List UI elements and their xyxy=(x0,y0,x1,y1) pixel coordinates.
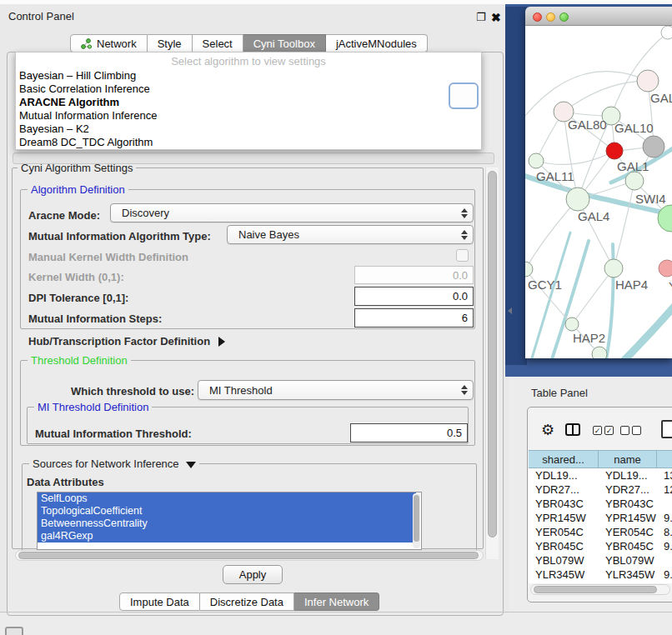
network-node-gal4[interactable] xyxy=(566,188,589,211)
zoom-traffic-light-icon[interactable] xyxy=(559,12,569,22)
table-panel-title: Table Panel xyxy=(531,387,588,399)
network-node[interactable] xyxy=(643,136,664,158)
node-label: HAP4 xyxy=(615,278,648,292)
network-node-swi4[interactable] xyxy=(658,205,672,232)
tab-cyni-toolbox[interactable]: Cyni Toolbox xyxy=(243,34,326,52)
clear-selection-icon[interactable] xyxy=(620,426,644,435)
gear-icon[interactable]: ⚙ xyxy=(539,422,556,438)
attributes-scrollbar[interactable] xyxy=(413,493,420,548)
dpi-tolerance-label: DPI Tolerance [0,1]: xyxy=(28,292,128,304)
network-window-titlebar[interactable] xyxy=(525,7,672,26)
table-cell: 9. xyxy=(657,568,672,582)
manual-kernel-label: Manual Kernel Width Definition xyxy=(28,251,188,263)
which-threshold-select[interactable]: MI Threshold xyxy=(198,380,474,400)
network-node[interactable] xyxy=(592,347,607,358)
close-traffic-light-icon[interactable] xyxy=(533,12,542,22)
splitter-arrow-icon[interactable] xyxy=(508,308,512,314)
table-cell: YDR27... xyxy=(599,482,657,497)
tab-jactivemnodules[interactable]: jActiveMNodules xyxy=(326,34,428,52)
attribute-option[interactable]: gal4RGexp xyxy=(38,530,416,542)
table-row[interactable]: YPR145WYPR145W9. xyxy=(529,511,672,525)
tab-impute-data[interactable]: Impute Data xyxy=(119,592,200,611)
columns-icon[interactable] xyxy=(565,423,580,436)
algorithm-option[interactable]: Dream8 DC_TDC Algorithm xyxy=(18,136,153,149)
network-canvas[interactable]: GALGAL80GAL10GAL1SWI4GAL11GAL4GCY1HAP4YH… xyxy=(525,26,672,358)
node-table[interactable]: shared...name YDL19...YDL19...13YDR27...… xyxy=(529,450,672,583)
network-node-hap2[interactable] xyxy=(565,318,579,331)
attribute-option[interactable]: BetweennessCentrality xyxy=(38,518,416,530)
node-label: SWI4 xyxy=(635,192,666,206)
mi-type-value: Naive Bayes xyxy=(238,228,299,241)
node-label: GAL4 xyxy=(578,209,609,223)
mi-threshold-field[interactable]: 0.5 xyxy=(350,423,468,442)
manual-kernel-checkbox[interactable] xyxy=(456,249,469,262)
network-node[interactable] xyxy=(606,142,623,159)
stepper-arrows-icon xyxy=(461,208,468,218)
column-header[interactable]: shared... xyxy=(529,450,599,468)
tab-infer-network[interactable]: Infer Network xyxy=(294,592,379,611)
corner-button[interactable] xyxy=(5,627,23,635)
network-node-gcy1[interactable] xyxy=(525,262,533,277)
aracne-mode-label: Aracne Mode: xyxy=(28,209,100,222)
algorithm-combobox-fragment[interactable] xyxy=(449,82,479,109)
settings-scrollbar[interactable] xyxy=(485,168,499,559)
mi-threshold-label: Mutual Information Threshold: xyxy=(35,428,192,440)
table-row[interactable]: YLR345WYLR345W9. xyxy=(529,568,672,582)
table-row[interactable]: YBR045CYBR045C9. xyxy=(529,539,672,553)
column-header[interactable]: name xyxy=(599,450,657,468)
hub-definition-expander[interactable]: Hub/Transcription Factor Definition xyxy=(28,335,225,348)
control-panel-tabs: NetworkStyleSelectCyni ToolboxjActiveMNo… xyxy=(70,34,428,52)
kernel-width-field[interactable]: 0.0 xyxy=(354,266,474,284)
algorithm-option[interactable]: ARACNE Algorithm xyxy=(18,96,119,109)
apply-button[interactable]: Apply xyxy=(223,565,283,584)
sources-title[interactable]: Sources for Network Inference xyxy=(29,458,199,470)
network-node-gal11[interactable] xyxy=(529,153,544,168)
network-node-hap4[interactable] xyxy=(604,259,623,278)
column-header[interactable] xyxy=(657,450,672,468)
aracne-mode-select[interactable]: Discovery xyxy=(110,203,474,222)
close-panel-icon[interactable]: ✖ xyxy=(491,11,501,24)
horizontal-scrollbar[interactable] xyxy=(15,550,484,561)
table-horizontal-scrollbar[interactable] xyxy=(530,584,670,595)
table-row[interactable]: YBR043CYBR043C xyxy=(529,497,672,511)
algorithm-option[interactable]: Bayesian – K2 xyxy=(18,122,89,136)
mi-type-select[interactable]: Naive Bayes xyxy=(227,225,474,244)
network-edge xyxy=(564,81,648,112)
network-node-gal[interactable] xyxy=(637,70,659,92)
attribute-option[interactable]: TopologicalCoefficient xyxy=(38,505,416,518)
algorithm-option[interactable]: Mutual Information Inference xyxy=(18,109,157,122)
application-root: Control Panel ❐ ✖ NetworkStyleSelectCyni… xyxy=(0,0,672,635)
network-node[interactable] xyxy=(661,26,672,39)
mi-type-label: Mutual Information Algorithm Type: xyxy=(28,230,211,242)
select-all-icon[interactable]: ✓✓ xyxy=(593,426,616,435)
tab-style[interactable]: Style xyxy=(148,34,193,52)
table-cell: YPR145W xyxy=(599,511,657,525)
algorithm-option[interactable]: Bayesian – Hill Climbing xyxy=(18,69,136,82)
table-row[interactable]: YER054CYER054C8. xyxy=(529,525,672,539)
page-icon[interactable] xyxy=(661,420,672,438)
network-node-gal1[interactable] xyxy=(625,172,644,190)
algorithm-definition-title: Algorithm Definition xyxy=(28,183,128,196)
mi-steps-field[interactable]: 6 xyxy=(354,308,474,328)
network-window: GALGAL80GAL10GAL1SWI4GAL11GAL4GCY1HAP4YH… xyxy=(525,7,672,358)
data-attributes-list[interactable]: SelfLoopsTopologicalCoefficientBetweenne… xyxy=(37,492,422,550)
float-panel-icon[interactable]: ❐ xyxy=(476,11,486,23)
table-row[interactable]: YBL079WYBL079W xyxy=(529,553,672,568)
algorithm-option[interactable]: Basic Correlation Inference xyxy=(18,82,150,96)
mi-threshold-title: MI Threshold Definition xyxy=(34,401,152,413)
dropdown-placeholder: Select algorithm to view settings xyxy=(16,55,481,68)
stepper-arrows-icon xyxy=(461,385,468,395)
table-row[interactable]: YIL053CYIL053C9 xyxy=(529,582,672,583)
minimize-traffic-light-icon[interactable] xyxy=(546,12,555,22)
table-row[interactable]: YDL19...YDL19...13 xyxy=(529,468,672,482)
table-row[interactable]: YDR27...YDR27...12 xyxy=(529,482,672,497)
network-edge xyxy=(536,151,614,164)
network-node-y[interactable] xyxy=(659,260,672,277)
dpi-tolerance-field[interactable]: 0.0 xyxy=(354,287,474,306)
table-cell: 9 xyxy=(657,582,672,583)
tab-discretize-data[interactable]: Discretize Data xyxy=(200,592,294,611)
attribute-option[interactable]: SelfLoops xyxy=(38,492,416,505)
node-label: Y xyxy=(669,279,672,293)
tab-select[interactable]: Select xyxy=(193,34,243,52)
tab-network[interactable]: Network xyxy=(70,34,148,52)
